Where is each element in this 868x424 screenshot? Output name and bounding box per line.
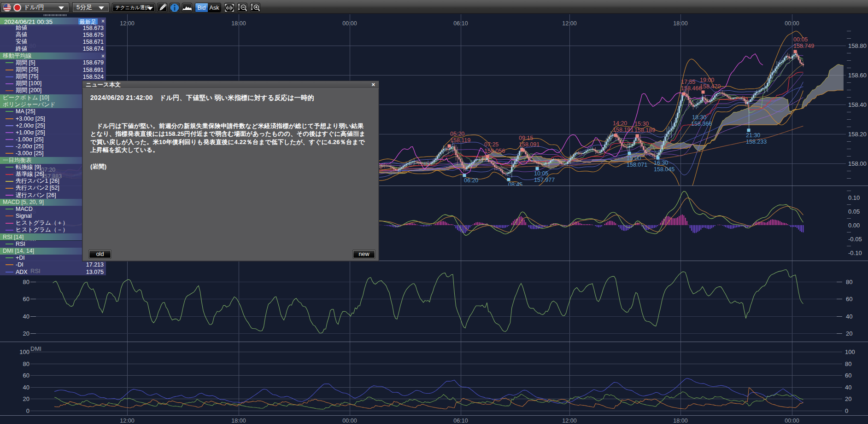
svg-text:158.749: 158.749 — [793, 43, 814, 49]
svg-text:18:00: 18:00 — [673, 418, 687, 424]
svg-text:06:10: 06:10 — [453, 418, 468, 424]
svg-text:0.10: 0.10 — [848, 194, 860, 201]
svg-text:-0.10: -0.10 — [848, 250, 862, 256]
svg-text:0: 0 — [845, 407, 848, 414]
svg-text:80: 80 — [846, 279, 852, 285]
svg-text:00:00: 00:00 — [785, 20, 799, 27]
svg-text:100: 100 — [845, 348, 855, 355]
svg-text:12:00: 12:00 — [562, 418, 576, 424]
svg-text:158.091: 158.091 — [519, 141, 540, 148]
svg-text:0.05: 0.05 — [848, 208, 860, 215]
svg-text:12:00: 12:00 — [562, 20, 576, 27]
svg-text:80: 80 — [23, 279, 29, 285]
svg-text:60: 60 — [845, 372, 851, 379]
svg-text:158.00: 158.00 — [848, 160, 867, 167]
svg-text:158.40: 158.40 — [848, 101, 867, 108]
svg-text:157.977: 157.977 — [534, 177, 555, 183]
svg-text:60: 60 — [846, 296, 852, 302]
svg-text:14:20: 14:20 — [613, 120, 627, 127]
svg-text:12:00: 12:00 — [120, 20, 134, 27]
svg-text:17:55: 17:55 — [681, 79, 695, 85]
svg-text:18:30: 18:30 — [692, 114, 706, 121]
svg-text:40: 40 — [23, 313, 29, 320]
svg-text:06:10: 06:10 — [453, 20, 468, 27]
svg-text:05:20: 05:20 — [450, 131, 464, 137]
svg-text:16:30: 16:30 — [654, 160, 668, 166]
svg-text:158.191: 158.191 — [613, 127, 633, 133]
svg-text:15:00: 15:00 — [627, 155, 641, 162]
svg-text:158.189: 158.189 — [634, 127, 655, 134]
svg-text:00:00: 00:00 — [342, 20, 357, 27]
svg-text:60: 60 — [23, 372, 29, 379]
svg-text:-0.05: -0.05 — [848, 236, 862, 243]
svg-text:158.071: 158.071 — [627, 162, 647, 168]
svg-text:DMI: DMI — [30, 345, 41, 352]
svg-text:20: 20 — [846, 330, 852, 337]
svg-text:40: 40 — [23, 384, 29, 391]
svg-text:80: 80 — [23, 360, 29, 367]
svg-text:40: 40 — [846, 313, 852, 320]
svg-text:06:20: 06:20 — [464, 177, 478, 184]
svg-text:40: 40 — [845, 384, 851, 391]
svg-text:10:05: 10:05 — [534, 170, 548, 177]
svg-text:158.233: 158.233 — [746, 139, 767, 145]
svg-text:19:00: 19:00 — [700, 77, 714, 83]
svg-text:20: 20 — [23, 330, 29, 337]
svg-text:15:30: 15:30 — [634, 121, 649, 127]
svg-text:100: 100 — [19, 348, 29, 355]
svg-text:00:00: 00:00 — [785, 418, 799, 424]
svg-text:158.056: 158.056 — [484, 148, 505, 154]
svg-text:00:05: 00:05 — [793, 36, 808, 43]
svg-text:20: 20 — [23, 395, 29, 402]
svg-text:158.045: 158.045 — [654, 166, 674, 173]
svg-text:09:15: 09:15 — [519, 135, 533, 141]
svg-text:20: 20 — [845, 395, 851, 402]
svg-text:158.366: 158.366 — [691, 121, 712, 127]
svg-text:158.80: 158.80 — [848, 42, 867, 49]
svg-text:0.00: 0.00 — [848, 222, 860, 229]
svg-text:00:00: 00:00 — [342, 418, 357, 424]
svg-text:80: 80 — [845, 360, 851, 367]
svg-text:158.119: 158.119 — [450, 137, 470, 144]
svg-text:60: 60 — [23, 296, 29, 302]
svg-text:158.20: 158.20 — [848, 131, 867, 138]
svg-text:18:00: 18:00 — [231, 418, 246, 424]
svg-text:18:00: 18:00 — [673, 20, 687, 27]
svg-text:158.466: 158.466 — [681, 85, 702, 92]
svg-text:12:00: 12:00 — [120, 418, 134, 424]
svg-text:21:30: 21:30 — [746, 132, 760, 139]
svg-text:158.470: 158.470 — [700, 83, 721, 90]
svg-text:158.60: 158.60 — [848, 72, 867, 79]
svg-text:07:25: 07:25 — [484, 141, 499, 148]
svg-text:18:00: 18:00 — [231, 20, 246, 27]
svg-text:0: 0 — [26, 407, 29, 414]
